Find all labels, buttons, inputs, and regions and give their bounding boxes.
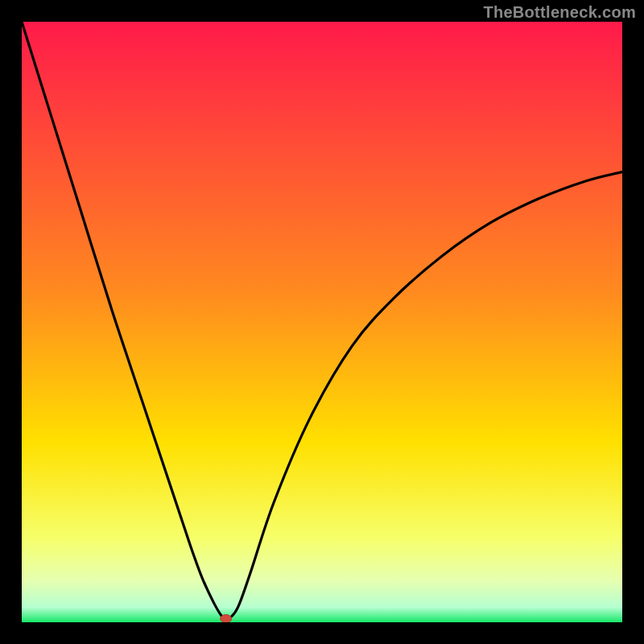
plot-area bbox=[22, 22, 622, 622]
optimal-point-marker bbox=[221, 615, 232, 622]
gradient-background bbox=[22, 22, 622, 622]
watermark-text: TheBottleneck.com bbox=[483, 3, 636, 22]
chart-frame: TheBottleneck.com bbox=[0, 0, 644, 644]
bottleneck-chart bbox=[22, 22, 622, 622]
